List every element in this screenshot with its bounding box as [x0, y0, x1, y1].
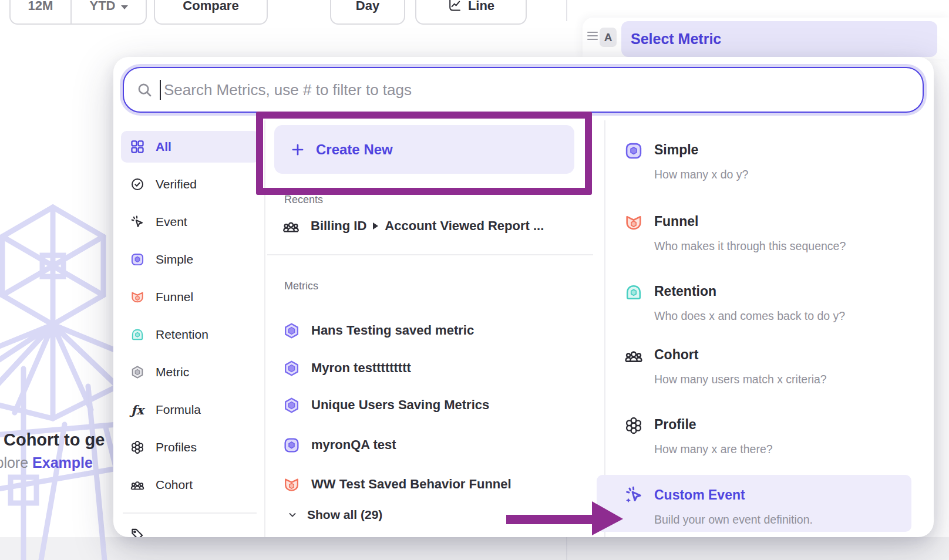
sidebar-item-simple[interactable]: Simple	[121, 244, 260, 275]
arrow-right-icon	[373, 222, 378, 230]
search-input[interactable]	[123, 67, 924, 113]
chart-type-line-button[interactable]: Line	[415, 0, 527, 25]
example-link[interactable]: Example	[32, 454, 93, 471]
empty-state-explore-line: xploreExample	[0, 454, 93, 471]
sidebar-item-label: All	[156, 140, 171, 154]
sidebar-item-funnel[interactable]: Funnel	[121, 281, 260, 313]
sidebar-item-metric[interactable]: Metric	[121, 356, 260, 388]
recents-section-label: Recents	[284, 194, 323, 206]
profiles-icon	[130, 440, 145, 455]
line-chart-icon	[447, 0, 462, 13]
grid-icon	[130, 139, 145, 154]
annotation-highlight-box	[256, 112, 592, 195]
recent-source: Billing ID	[311, 218, 366, 234]
type-description: How many x do y?	[654, 167, 917, 182]
simple-metric-icon	[282, 436, 301, 454]
type-option-profile[interactable]: Profile How many x are there?	[624, 416, 917, 457]
metric-list-item[interactable]: Myron testtttttttt	[282, 355, 411, 381]
type-description: Build your own event definition.	[654, 512, 917, 527]
page-divider-top	[566, 0, 567, 21]
sidebar-item-label: Formula	[156, 403, 201, 417]
select-metric-label: Select Metric	[631, 31, 721, 48]
metric-item-label: Unique Users Saving Metrics	[311, 397, 489, 413]
cohort-icon	[130, 477, 145, 492]
metric-list-item[interactable]: WW Test Saved Behavior Funnel	[282, 471, 511, 497]
series-letter-badge[interactable]: A	[600, 28, 617, 47]
search-bar	[123, 67, 924, 113]
sidebar-item-all[interactable]: All	[121, 131, 260, 163]
recent-item[interactable]: Billing ID Account Viewed Report ...	[282, 214, 544, 238]
page-footer-area	[0, 537, 949, 560]
search-icon	[136, 82, 153, 98]
empty-state-headline-fragment: Cohort to ge	[4, 430, 105, 450]
type-title: Retention	[654, 282, 917, 300]
metric-list-item[interactable]: myronQA test	[282, 432, 396, 458]
profiles-icon	[624, 416, 644, 436]
line-label: Line	[468, 0, 494, 14]
type-option-retention[interactable]: Retention Who does x and comes back to d…	[624, 282, 917, 323]
type-title: Profile	[654, 416, 917, 433]
metric-item-label: Myron testtttttttt	[311, 360, 411, 376]
range-12m-button[interactable]: 12M	[11, 0, 70, 23]
sidebar-item-event[interactable]: Event	[121, 206, 260, 238]
granularity-day-button[interactable]: Day	[330, 0, 405, 25]
simple-metric-icon	[130, 252, 145, 267]
event-cursor-icon	[130, 214, 145, 230]
recent-target: Account Viewed Report ...	[385, 218, 544, 234]
annotation-arrow-icon	[504, 499, 624, 537]
date-range-segmented-control[interactable]: 12M YTD	[9, 0, 147, 25]
verified-badge-icon	[130, 177, 145, 192]
drag-handle-icon[interactable]	[587, 32, 598, 40]
app-window: 12M YTD Compare Day Line A Select Metric	[0, 0, 949, 560]
text-cursor	[160, 80, 161, 100]
type-option-cohort[interactable]: Cohort How many users match x criteria?	[624, 346, 917, 387]
type-option-funnel[interactable]: Funnel Who makes it through this sequenc…	[624, 212, 917, 254]
sidebar-item-formula[interactable]: ƒx Formula	[121, 394, 260, 426]
sidebar-item-label: Cohort	[156, 478, 193, 492]
hexagon-purple-icon	[282, 322, 301, 340]
metric-item-label: WW Test Saved Behavior Funnel	[311, 477, 511, 492]
metric-list-item[interactable]: Hans Testing saved metric	[282, 318, 474, 343]
explore-text-fragment: xplore	[0, 454, 28, 471]
cohort-icon	[624, 346, 644, 366]
sidebar-item-label: Retention	[156, 328, 208, 342]
sidebar-item-label: Event	[156, 215, 187, 229]
type-option-simple[interactable]: Simple How many x do y?	[624, 141, 917, 182]
sidebar-item-cohort[interactable]: Cohort	[121, 469, 260, 501]
type-title: Cohort	[654, 346, 917, 363]
compare-button[interactable]: Compare	[154, 0, 268, 25]
type-description: Who makes it through this sequence?	[654, 239, 917, 254]
sidebar-bottom-divider	[123, 512, 257, 514]
hexagon-purple-icon	[282, 359, 301, 377]
sidebar-item-verified[interactable]: Verified	[121, 168, 260, 200]
funnel-icon	[282, 475, 301, 494]
sidebar-item-profiles[interactable]: Profiles	[121, 431, 260, 463]
retention-icon	[130, 327, 145, 342]
type-description: How many users match x criteria?	[654, 372, 917, 387]
show-all-button[interactable]: Show all (29)	[287, 508, 382, 522]
series-letter: A	[604, 31, 613, 44]
type-title: Simple	[654, 141, 917, 158]
metric-item-label: Hans Testing saved metric	[311, 323, 474, 338]
sidebar-item-label: Verified	[156, 177, 197, 191]
recents-divider	[267, 254, 593, 255]
select-metric-button[interactable]: Select Metric	[621, 21, 937, 57]
type-option-custom-event[interactable]: Custom Event Build your own event defini…	[624, 486, 917, 527]
type-description: How many x are there?	[654, 442, 917, 457]
hexagon-purple-icon	[282, 396, 301, 414]
recent-item-label: Billing ID Account Viewed Report ...	[311, 218, 544, 234]
compare-label: Compare	[183, 0, 238, 14]
page-divider-bottom	[566, 537, 567, 560]
sidebar-item-label: Simple	[156, 252, 193, 266]
metric-list-item[interactable]: Unique Users Saving Metrics	[282, 392, 489, 418]
show-all-label: Show all (29)	[307, 508, 382, 522]
range-ytd-label: YTD	[90, 0, 116, 14]
funnel-icon	[624, 212, 644, 232]
type-title: Funnel	[654, 212, 917, 230]
sidebar-item-label: Metric	[156, 365, 189, 379]
empty-state-wireframe-illustration	[0, 193, 117, 560]
formula-icon: ƒx	[130, 402, 145, 417]
range-ytd-button[interactable]: YTD	[72, 0, 146, 23]
sidebar-item-retention[interactable]: Retention	[121, 319, 260, 350]
chevron-down-icon	[121, 5, 128, 9]
